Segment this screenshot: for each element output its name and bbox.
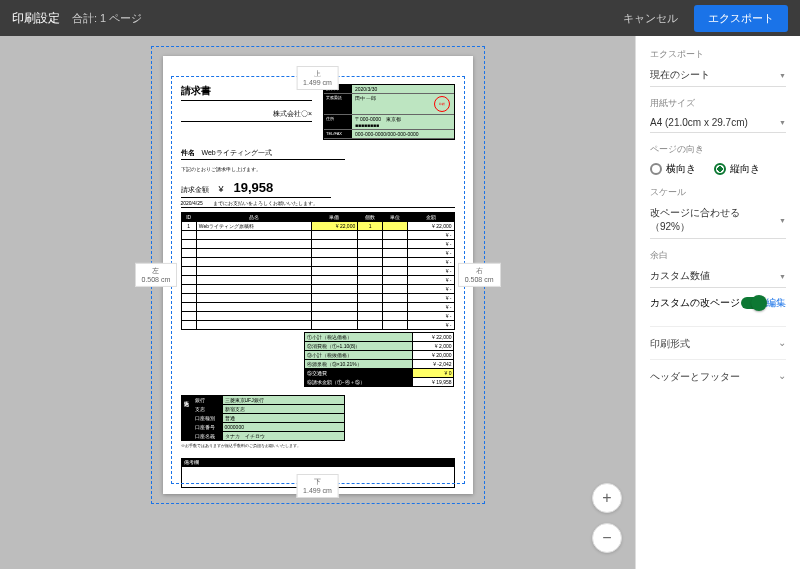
export-select[interactable]: 現在のシート▼ — [650, 64, 786, 87]
chevron-down-icon: ⌄ — [778, 370, 786, 384]
preview-canvas: 上1.499 cm 下1.499 cm 左0.508 cm 右0.508 cm … — [0, 36, 635, 569]
header-footer-section[interactable]: ヘッダーとフッター⌄ — [650, 359, 786, 384]
papersize-label: 用紙サイズ — [650, 97, 786, 110]
title: 印刷設定 — [12, 10, 60, 27]
caret-down-icon: ▼ — [779, 72, 786, 79]
page-preview: 上1.499 cm 下1.499 cm 左0.508 cm 右0.508 cm … — [163, 56, 473, 494]
zoom-out-button[interactable]: − — [592, 523, 622, 553]
landscape-radio[interactable]: 横向き — [650, 162, 696, 176]
export-label: エクスポート — [650, 48, 786, 61]
zoom-controls: + − — [592, 483, 622, 553]
custom-break-label: カスタムの改ページ — [650, 296, 740, 310]
papersize-select[interactable]: A4 (21.0cm x 29.7cm)▼ — [650, 113, 786, 133]
settings-panel: エクスポート 現在のシート▼ 用紙サイズ A4 (21.0cm x 29.7cm… — [635, 36, 800, 569]
cancel-button[interactable]: キャンセル — [623, 11, 678, 26]
chevron-down-icon: ⌄ — [778, 337, 786, 351]
margin-left-label[interactable]: 左0.508 cm — [135, 263, 178, 287]
caret-down-icon: ▼ — [779, 273, 786, 280]
margin-select[interactable]: カスタム数値▼ — [650, 265, 786, 288]
orientation-label: ページの向き — [650, 143, 786, 156]
caret-down-icon: ▼ — [779, 217, 786, 224]
edit-link[interactable]: 編集 — [766, 296, 786, 310]
page-count: 合計: 1 ページ — [72, 11, 142, 26]
margin-bottom-label[interactable]: 下1.499 cm — [296, 474, 339, 498]
margin-top-label[interactable]: 上1.499 cm — [296, 66, 339, 90]
export-button[interactable]: エクスポート — [694, 5, 788, 32]
portrait-radio[interactable]: 縦向き — [714, 162, 760, 176]
margin-right-label[interactable]: 右0.508 cm — [458, 263, 501, 287]
scale-select[interactable]: 改ページに合わせる（92%）▼ — [650, 202, 786, 239]
top-bar: 印刷設定 合計: 1 ページ キャンセル エクスポート — [0, 0, 800, 36]
zoom-in-button[interactable]: + — [592, 483, 622, 513]
scale-label: スケール — [650, 186, 786, 199]
print-format-section[interactable]: 印刷形式⌄ — [650, 326, 786, 351]
margin-label: 余白 — [650, 249, 786, 262]
caret-down-icon: ▼ — [779, 119, 786, 126]
custom-break-toggle[interactable] — [741, 297, 765, 309]
inner-guide — [171, 76, 465, 484]
